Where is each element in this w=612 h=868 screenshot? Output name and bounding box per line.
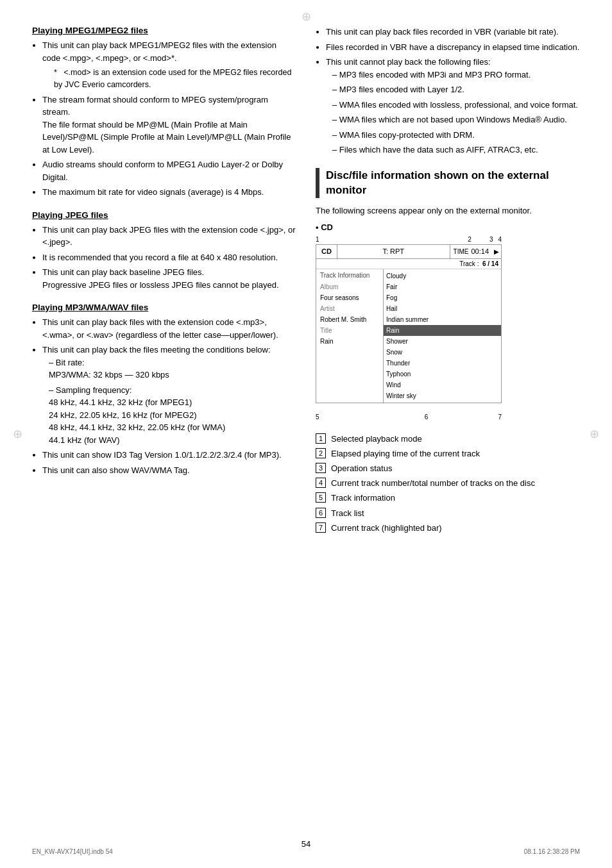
list-item: This unit can play back baseline JPEG fi…: [42, 266, 296, 291]
section-jpeg: Playing JPEG files This unit can play ba…: [32, 210, 296, 292]
mp3-title: Playing MP3/WMA/WAV files: [32, 303, 296, 312]
footer-right: 08.1.16 2:38:28 PM: [524, 848, 580, 855]
list-item: The maximum bit rate for video signals (…: [42, 186, 296, 199]
list-item: Bit rate:MP3/WMA: 32 kbps — 320 kbps: [49, 356, 296, 381]
disc-intro: The following screens appear only on the…: [316, 204, 580, 217]
cd-time-val: 00:14: [471, 247, 489, 255]
marker-spacer: [319, 236, 468, 243]
legend-num-7: 7: [316, 522, 326, 533]
track-info-label: Track Information: [320, 272, 379, 279]
legend-item-7: 7 Current track (highlighted bar): [316, 522, 580, 534]
track-item: Wind: [384, 380, 501, 390]
mp3-list: This unit can play back files with the e…: [32, 316, 296, 476]
section-disc: Disc/file information shown on the exter…: [316, 168, 580, 534]
track-item: Thunder: [384, 358, 501, 369]
track-item-highlighted: Rain: [384, 325, 501, 336]
section-mpeg: Playing MPEG1/MPEG2 files This unit can …: [32, 26, 296, 199]
top-markers: 1 2 3 4: [316, 236, 502, 244]
conditions-list: Bit rate:MP3/WMA: 32 kbps — 320 kbps Sam…: [42, 356, 296, 447]
list-item: Files which have the data such as AIFF, …: [332, 144, 580, 156]
list-item: MP3 files encoded with MP3i and MP3 PRO …: [332, 69, 580, 81]
track-item: Indian summer: [384, 314, 501, 325]
track-item: Cloudy: [384, 271, 501, 281]
list-item: * <.mod> is an extension code used for t…: [32, 67, 296, 91]
info-title-value: Rain: [320, 336, 379, 347]
list-item: WMA files encoded with lossless, profess…: [332, 99, 580, 112]
cd-label: • CD: [316, 222, 580, 232]
info-artist-value: Robert M. Smith: [320, 314, 379, 325]
jpeg-list: This unit can play back JPEG files with …: [32, 224, 296, 292]
list-item: Sampling frequency:48 kHz, 44.1 kHz, 32 …: [49, 384, 296, 447]
left-column: Playing MPEG1/MPEG2 files This unit can …: [32, 26, 296, 537]
right-column: This unit can play back files recorded i…: [316, 26, 580, 537]
marker-3: 3: [489, 236, 493, 243]
mpeg-list: This unit can play back MPEG1/MPEG2 file…: [32, 39, 296, 199]
cd-info-fields: Album Four seasons Artist Robert M. Smit…: [320, 281, 379, 347]
list-item: This unit can show ID3 Tag Version 1.0/1…: [42, 449, 296, 462]
compass-top-icon: ⊕: [302, 10, 311, 24]
cd-trpt: T: RPT: [337, 247, 450, 255]
track-item: Fair: [384, 281, 501, 292]
marker-2: 2: [468, 236, 472, 243]
info-album-value: Four seasons: [320, 292, 379, 303]
list-item: This unit can also show WAV/WMA Tag.: [42, 464, 296, 477]
legend-text-6: Track list: [331, 508, 364, 519]
legend-num-4: 4: [316, 478, 326, 488]
legend-text-2: Elapsed playing time of the current trac…: [331, 448, 480, 460]
list-item: Audio streams should conform to MPEG1 Au…: [42, 158, 296, 183]
star-note: * <.mod> is an extension code used for t…: [42, 67, 296, 91]
cd-arrow-icon: ▶: [492, 248, 501, 255]
list-item: WMA files which are not based upon Windo…: [332, 113, 580, 126]
track-number-row: Track : 6 / 14: [316, 259, 501, 269]
cannot-play-list: MP3 files encoded with MP3i and MP3 PRO …: [326, 69, 580, 156]
compass-right-icon: ⊕: [590, 427, 599, 441]
cd-top-cd-label: CD: [316, 245, 337, 258]
cd-display: CD T: RPT TIME 00:14 ▶ Track : 6 / 14: [316, 244, 502, 403]
legend-text-7: Current track (highlighted bar): [331, 522, 442, 534]
track-item: Shower: [384, 336, 501, 347]
list-item: This unit can play back files recorded i…: [326, 26, 580, 38]
page-number: 54: [302, 839, 310, 849]
cd-top-bar: CD T: RPT TIME 00:14 ▶: [316, 245, 501, 259]
legend-text-1: Selected playback mode: [331, 433, 422, 445]
legend-num-3: 3: [316, 463, 326, 473]
marker-6: 6: [425, 413, 429, 421]
cd-legend: 1 Selected playback mode 2 Elapsed playi…: [316, 433, 580, 534]
jpeg-title: Playing JPEG files: [32, 210, 296, 220]
track-item: Fog: [384, 292, 501, 303]
info-album-label: Album: [320, 281, 379, 292]
info-title-label: Title: [320, 325, 379, 336]
track-item: Winter sky: [384, 390, 501, 401]
legend-item-4: 4 Current track number/total number of t…: [316, 478, 580, 489]
cd-body: Track Information Album Four seasons Art…: [316, 269, 501, 403]
mpeg-title: Playing MPEG1/MPEG2 files: [32, 26, 296, 35]
marker-5: 5: [316, 413, 319, 421]
cd-left-panel: Track Information Album Four seasons Art…: [316, 269, 384, 403]
vbr-list: This unit can play back files recorded i…: [316, 26, 580, 156]
list-item: WMA files copy-protected with DRM.: [332, 129, 580, 142]
cd-time-label: TIME: [454, 248, 469, 255]
legend-num-5: 5: [316, 492, 326, 503]
legend-item-2: 2 Elapsed playing time of the current tr…: [316, 448, 580, 460]
list-item: MP3 files encoded with Layer 1/2.: [332, 83, 580, 96]
legend-text-3: Operation status: [331, 463, 392, 474]
legend-item-1: 1 Selected playback mode: [316, 433, 580, 445]
marker-7: 7: [498, 413, 502, 421]
cd-track-list: Cloudy Fair Fog Hail Indian summer Rain …: [384, 269, 501, 403]
track-item: Hail: [384, 303, 501, 314]
list-item: This unit cannot play back the following…: [326, 56, 580, 156]
list-item: Files recorded in VBR have a discrepancy…: [326, 41, 580, 54]
list-item: It is recommended that you record a file…: [42, 251, 296, 264]
legend-num-1: 1: [316, 433, 326, 444]
bottom-markers: 5 6 7: [316, 412, 502, 421]
legend-item-5: 5 Track information: [316, 492, 580, 504]
footer-left: EN_KW-AVX714[UI].indb 54: [32, 848, 113, 855]
list-item: This unit can play back JPEG files with …: [42, 224, 296, 249]
legend-num-6: 6: [316, 508, 326, 518]
disc-section-title: Disc/file information shown on the exter…: [316, 168, 580, 199]
track-item: Typhoon: [384, 369, 501, 380]
legend-num-2: 2: [316, 448, 326, 458]
main-columns: Playing MPEG1/MPEG2 files This unit can …: [32, 26, 580, 537]
legend-text-5: Track information: [331, 492, 395, 504]
compass-left-icon: ⊕: [13, 427, 22, 441]
